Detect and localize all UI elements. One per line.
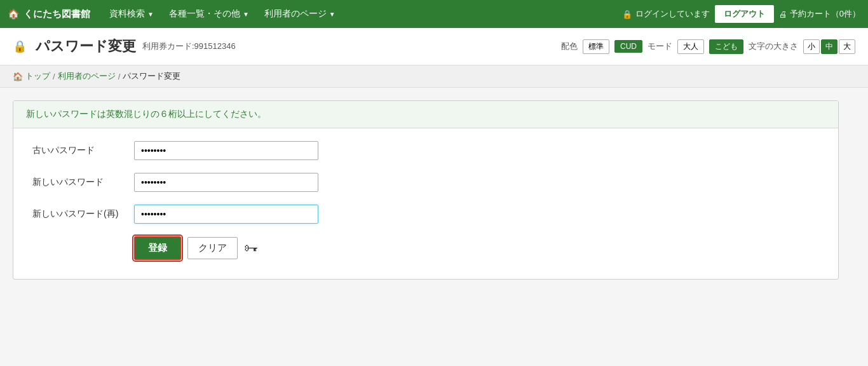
old-password-label: 古いパスワード xyxy=(32,145,134,156)
clear-button[interactable]: クリア xyxy=(187,237,238,259)
info-text: 新しいパスワードは英数混じりの６桁以上にしてください。 xyxy=(26,109,266,119)
page-header: 🔒 パスワード変更 利用券カード:991512346 配色 標準 CUD モード… xyxy=(0,28,868,65)
new-password-input[interactable] xyxy=(134,173,318,192)
page-title-area: 🔒 パスワード変更 利用券カード:991512346 xyxy=(13,37,236,56)
nav-list-label: 各種一覧・その他 xyxy=(169,8,240,20)
cart-link[interactable]: 🖨 予約カート（0件） xyxy=(779,8,860,20)
new-password-confirm-label: 新しいパスワード(再) xyxy=(32,208,134,220)
logout-button[interactable]: ログアウト xyxy=(715,5,774,23)
font-large-button[interactable]: 大 xyxy=(839,39,855,54)
nav-list-arrow: ▼ xyxy=(243,11,249,18)
submit-button[interactable]: 登録 xyxy=(134,236,181,260)
header-controls: 配色 標準 CUD モード 大人 こども 文字の大きさ 小 中 大 xyxy=(561,39,855,54)
nav-item-list[interactable]: 各種一覧・その他 ▼ xyxy=(163,4,255,24)
page-lock-icon: 🔒 xyxy=(13,39,27,53)
nav-item-search[interactable]: 資料検索 ▼ xyxy=(103,4,160,24)
form-actions: 登録 クリア 🗝 xyxy=(32,236,819,260)
old-password-row: 古いパスワード xyxy=(32,141,819,160)
nav-items: 資料検索 ▼ 各種一覧・その他 ▼ 利用者のページ ▼ xyxy=(103,4,622,24)
key-icon: 🗝 xyxy=(244,240,258,257)
mode-label: モード xyxy=(648,41,672,52)
color-label: 配色 xyxy=(561,41,578,52)
old-password-input[interactable] xyxy=(134,141,318,160)
font-size-controls: 小 中 大 xyxy=(803,39,855,54)
breadcrumb-user-link[interactable]: 利用者のページ xyxy=(58,71,116,82)
card-number: 利用券カード:991512346 xyxy=(142,41,236,52)
form-area: 古いパスワード 新しいパスワード 新しいパスワード(再) 登録 クリア 🗝 xyxy=(13,128,838,279)
new-password-row: 新しいパスワード xyxy=(32,173,819,192)
new-password-confirm-row: 新しいパスワード(再) xyxy=(32,205,819,224)
cud-button[interactable]: CUD xyxy=(614,40,642,53)
new-password-label: 新しいパスワード xyxy=(32,177,134,188)
new-password-confirm-input[interactable] xyxy=(134,205,318,224)
nav-user-label: 利用者のページ xyxy=(264,8,327,20)
home-nav-icon: 🏠 xyxy=(8,8,20,20)
breadcrumb: 🏠 トップ / 利用者のページ / パスワード変更 xyxy=(0,65,868,88)
nav-search-label: 資料検索 xyxy=(109,8,145,20)
breadcrumb-top-link[interactable]: トップ xyxy=(25,71,50,82)
brand-link[interactable]: 🏠 くにたち図書館 xyxy=(8,8,90,20)
login-status-label: ログインしています xyxy=(635,8,710,20)
navbar-right: 🔒 ログインしています ログアウト 🖨 予約カート（0件） xyxy=(622,5,860,23)
nav-search-arrow: ▼ xyxy=(147,11,154,18)
content-card: 新しいパスワードは英数混じりの６桁以上にしてください。 古いパスワード 新しいパ… xyxy=(13,100,839,280)
font-medium-button[interactable]: 中 xyxy=(821,39,837,54)
cart-label: 予約カート（0件） xyxy=(790,8,860,20)
breadcrumb-current: パスワード変更 xyxy=(123,71,180,82)
lock-nav-icon: 🔒 xyxy=(622,10,632,19)
nav-item-user[interactable]: 利用者のページ ▼ xyxy=(258,4,342,24)
navbar: 🏠 くにたち図書館 資料検索 ▼ 各種一覧・その他 ▼ 利用者のページ ▼ 🔒 … xyxy=(0,0,868,28)
adult-mode-button[interactable]: 大人 xyxy=(677,39,704,54)
main-content: 新しいパスワードは英数混じりの６桁以上にしてください。 古いパスワード 新しいパ… xyxy=(0,88,868,292)
nav-user-arrow: ▼ xyxy=(329,11,336,18)
brand-label: くにたち図書館 xyxy=(24,8,90,20)
info-banner: 新しいパスワードは英数混じりの６桁以上にしてください。 xyxy=(13,101,838,128)
standard-color-button[interactable]: 標準 xyxy=(583,39,609,54)
breadcrumb-home-icon: 🏠 xyxy=(13,72,23,81)
breadcrumb-sep2: / xyxy=(118,72,121,81)
breadcrumb-sep1: / xyxy=(53,72,55,81)
login-status: 🔒 ログインしています xyxy=(622,8,710,20)
child-mode-button[interactable]: こども xyxy=(709,39,743,54)
cart-icon: 🖨 xyxy=(779,10,787,19)
page-title: パスワード変更 xyxy=(36,37,136,56)
fontsize-label: 文字の大きさ xyxy=(749,41,798,52)
font-small-button[interactable]: 小 xyxy=(803,39,820,54)
